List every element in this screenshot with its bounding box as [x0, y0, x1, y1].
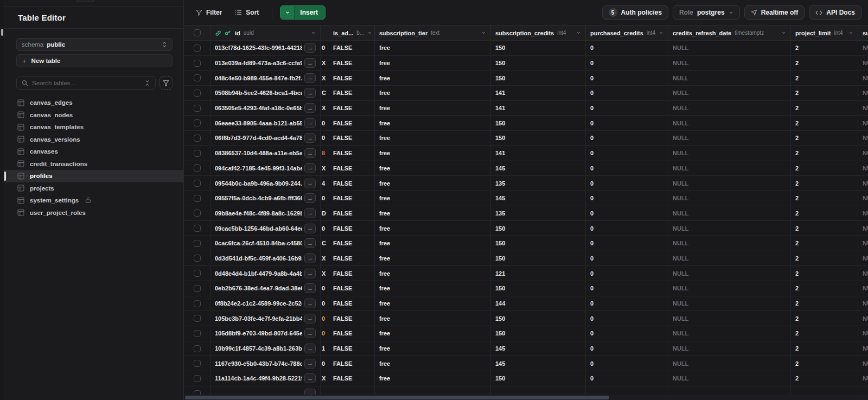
credits-refresh-date-cell[interactable]: NULL	[668, 176, 791, 191]
clipped-last-cell[interactable]: NULL	[858, 176, 868, 191]
id-cell[interactable]: 06eaee33-8905-4aaa-b121-ab552... →	[210, 116, 321, 130]
expand-row-button[interactable]: →	[304, 43, 316, 53]
subscription-tier-cell[interactable]: free	[375, 206, 491, 221]
id-cell[interactable]: 09557f5a-0dcb-4cb9-a6fb-fff366... →	[210, 191, 321, 206]
subscription-credits-cell[interactable]: 135	[491, 176, 586, 191]
project-limit-cell[interactable]: 2	[791, 281, 858, 296]
clipped-last-cell[interactable]: NULL	[858, 41, 868, 55]
row-checkbox[interactable]	[194, 209, 201, 217]
is-admin-cell[interactable]: FALSE	[329, 41, 375, 55]
subscription-tier-cell[interactable]: free	[375, 221, 491, 236]
project-limit-cell[interactable]: 2	[791, 251, 858, 266]
clipped-last-cell[interactable]: NULL	[858, 266, 868, 281]
subscription-tier-cell[interactable]: free	[375, 146, 491, 161]
subscription-credits-cell[interactable]: 150	[491, 131, 586, 145]
is-admin-cell[interactable]: FALSE	[329, 326, 375, 341]
is-admin-cell[interactable]: FALSE	[329, 206, 375, 221]
row-checkbox[interactable]	[194, 180, 201, 187]
credits-refresh-date-cell[interactable]: NULL	[668, 341, 791, 356]
expand-row-button[interactable]: →	[304, 314, 316, 323]
horizontal-scrollbar-thumb[interactable]	[185, 396, 609, 399]
project-limit-cell[interactable]: 2	[791, 116, 858, 130]
credits-refresh-date-cell[interactable]: NULL	[668, 71, 791, 85]
row-checkbox[interactable]	[194, 45, 201, 52]
sidebar-table-item[interactable]: canvas_edges	[4, 97, 183, 109]
is-admin-cell[interactable]: FALSE	[329, 356, 375, 371]
column-header-credits-refresh-date[interactable]: credits_refresh_date timestamptz	[668, 26, 791, 40]
project-limit-cell[interactable]: 2	[791, 311, 858, 326]
subscription-credits-cell[interactable]: 150	[491, 71, 586, 85]
purchased-credits-cell[interactable]: 0	[586, 116, 668, 130]
clipped-last-cell[interactable]: NULL	[858, 356, 868, 371]
clipped-last-cell[interactable]: NULL	[858, 221, 868, 236]
subscription-credits-cell[interactable]: 145	[491, 356, 586, 371]
credits-refresh-date-cell[interactable]: NULL	[668, 281, 791, 296]
credits-refresh-date-cell[interactable]: NULL	[668, 371, 791, 386]
insert-button[interactable]: Insert	[280, 5, 326, 20]
expand-row-button[interactable]: →	[304, 208, 316, 218]
subscription-tier-cell[interactable]: free	[375, 356, 491, 371]
id-cell[interactable]: 0eb2b676-38ed-4ea7-9dad-38e6... →	[210, 281, 321, 296]
subscription-tier-cell[interactable]: free	[375, 281, 491, 296]
credits-refresh-date-cell[interactable]: NULL	[668, 56, 791, 71]
expand-row-button[interactable]: →	[304, 193, 316, 203]
id-cell[interactable]: 063505e5-4293-4faf-a18c-0e65b... →	[210, 101, 321, 116]
is-admin-cell[interactable]: FALSE	[329, 281, 375, 296]
clipped-last-cell[interactable]: NULL	[858, 341, 868, 356]
column-header-subscription-credits[interactable]: subscription_credits int4	[491, 26, 586, 40]
column-header-subscription-clipped[interactable]: su	[858, 26, 868, 40]
row-checkbox[interactable]	[194, 105, 201, 112]
is-admin-cell[interactable]: FALSE	[329, 341, 375, 356]
subscription-credits-cell[interactable]: 150	[491, 221, 586, 236]
clipped-last-cell[interactable]: NULL	[858, 206, 868, 221]
auth-policies-button[interactable]: 5 Auth policies	[602, 5, 668, 20]
clipped-last-cell[interactable]: NULL	[858, 326, 868, 341]
credits-refresh-date-cell[interactable]: NULL	[668, 41, 791, 55]
subscription-credits-cell[interactable]: 150	[491, 116, 586, 130]
is-admin-cell[interactable]: FALSE	[329, 191, 375, 206]
expand-row-button[interactable]: →	[304, 163, 316, 173]
id-cell[interactable]: 105bc3b7-03fe-4e7f-9efa-21bb40... →	[210, 311, 321, 326]
expand-row-button[interactable]: →	[304, 103, 316, 113]
id-cell[interactable]: 0d48e4d4-b1bf-4479-9a8b-4a4b... →	[210, 266, 321, 281]
purchased-credits-cell[interactable]: 0	[586, 146, 668, 161]
row-checkbox[interactable]	[194, 164, 201, 172]
purchased-credits-cell[interactable]: 0	[586, 56, 668, 71]
chevron-down-icon[interactable]	[311, 30, 316, 35]
row-checkbox[interactable]	[194, 90, 201, 97]
subscription-tier-cell[interactable]: free	[375, 41, 491, 55]
id-cell[interactable]: 094caf42-7185-4e45-99f3-14abee... →	[210, 161, 321, 176]
row-checkbox[interactable]	[194, 195, 201, 202]
expand-row-button[interactable]: →	[304, 283, 316, 293]
id-cell[interactable]: 1167e930-e5b0-43b7-b74c-788c9... →	[210, 356, 321, 371]
clipped-last-cell[interactable]: NULL	[858, 191, 868, 206]
chevron-down-icon[interactable]	[576, 30, 581, 35]
is-admin-cell[interactable]: FALSE	[329, 371, 375, 386]
is-admin-cell[interactable]: FALSE	[329, 251, 375, 266]
project-limit-cell[interactable]: 2	[791, 296, 858, 311]
is-admin-cell[interactable]: FALSE	[329, 176, 375, 191]
chevron-down-icon[interactable]	[848, 30, 853, 35]
project-limit-cell[interactable]: 2	[791, 101, 858, 116]
project-limit-cell[interactable]: 2	[791, 146, 858, 161]
clipped-last-cell[interactable]: NULL	[858, 56, 868, 71]
credits-refresh-date-cell[interactable]: NULL	[668, 101, 791, 116]
subscription-credits-cell[interactable]: 144	[491, 296, 586, 311]
is-admin-cell[interactable]: FALSE	[329, 116, 375, 130]
sidebar-table-item[interactable]: canvas_templates	[4, 121, 183, 134]
id-cell[interactable]: 06f6b7d3-977d-4cd0-acd4-4a78... →	[210, 131, 321, 145]
is-admin-cell[interactable]: FALSE	[329, 86, 375, 100]
id-cell[interactable]: 0f8b24e2-c1c2-4589-99ce-2c52d... →	[210, 296, 321, 311]
api-docs-button[interactable]: API Docs	[809, 5, 861, 20]
search-tables-input[interactable]	[32, 80, 141, 86]
subscription-tier-cell[interactable]: free	[375, 191, 491, 206]
subscription-tier-cell[interactable]: free	[375, 101, 491, 116]
is-admin-cell[interactable]: FALSE	[329, 146, 375, 161]
purchased-credits-cell[interactable]: 0	[586, 101, 668, 116]
expand-row-button[interactable]: →	[304, 253, 316, 263]
purchased-credits-cell[interactable]: 0	[586, 236, 668, 251]
schema-select[interactable]: schema public	[16, 38, 173, 51]
purchased-credits-cell[interactable]: 0	[586, 341, 668, 356]
project-limit-cell[interactable]: 2	[791, 266, 858, 281]
clipped-last-cell[interactable]: NULL	[858, 131, 868, 145]
